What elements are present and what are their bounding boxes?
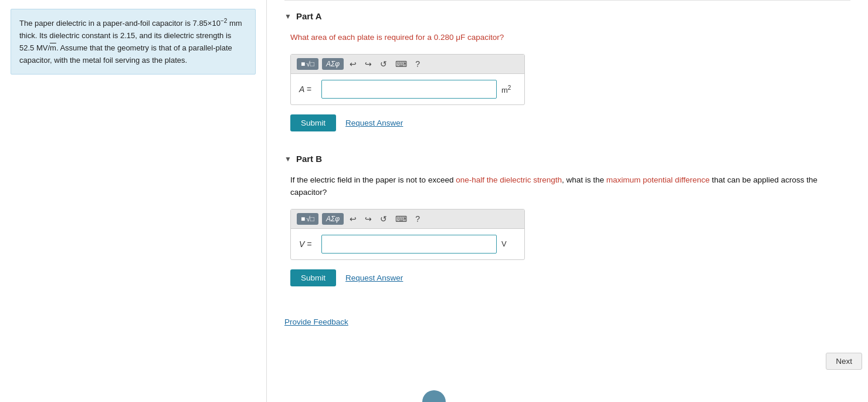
matrix-icon: ■ — [301, 60, 305, 68]
part-b-unit: V — [501, 239, 516, 248]
part-b-request-answer-link[interactable]: Request Answer — [345, 273, 403, 282]
part-a-answer-container: ■ √□ ΑΣφ ↩ ↪ ↺ ⌨ ? A = m2 — [290, 54, 525, 105]
part-b-submit-button[interactable]: Submit — [290, 269, 336, 286]
part-b-header: ▼ Part B — [284, 154, 850, 164]
part-a-chevron-icon[interactable]: ▼ — [284, 12, 291, 21]
part-a-input-row: A = m2 — [291, 74, 524, 104]
part-a-input-label: A = — [299, 85, 317, 94]
footer-row: Provide Feedback — [284, 298, 850, 332]
part-b-keyboard-btn[interactable]: ⌨ — [393, 213, 409, 225]
part-a-header: ▼ Part A — [284, 11, 850, 21]
part-b-input-row: V = V — [291, 229, 524, 259]
greek-label: ΑΣφ — [326, 60, 340, 68]
part-b-input-label: V = — [299, 239, 317, 249]
part-b-q-mid: , what is the — [562, 175, 606, 184]
part-b-greek-btn[interactable]: ΑΣφ — [322, 213, 344, 225]
part-b-matrix-btn[interactable]: ■ √□ — [297, 213, 318, 225]
part-b-question: If the electric field in the paper is no… — [284, 174, 850, 198]
matrix-label: √□ — [306, 60, 314, 68]
context-box: The paper dielectric in a paper-and-foil… — [11, 9, 256, 75]
part-a-submit-button[interactable]: Submit — [290, 114, 336, 131]
part-a-toolbar: ■ √□ ΑΣφ ↩ ↪ ↺ ⌨ ? — [291, 55, 524, 74]
part-b-undo-btn[interactable]: ↩ — [347, 213, 359, 225]
part-b-toolbar: ■ √□ ΑΣφ ↩ ↪ ↺ ⌨ ? — [291, 210, 524, 229]
part-b-input[interactable] — [321, 235, 497, 254]
part-a-request-answer-link[interactable]: Request Answer — [345, 119, 403, 127]
part-b-chevron-icon[interactable]: ▼ — [284, 155, 291, 163]
part-b-label: Part B — [296, 154, 322, 164]
part-b-matrix-label: √□ — [306, 215, 314, 223]
part-a-question: What area of each plate is required for … — [284, 32, 850, 43]
part-a-section: ▼ Part A What area of each plate is requ… — [284, 1, 850, 131]
next-button[interactable]: Next — [826, 353, 862, 370]
part-b-reset-btn[interactable]: ↺ — [378, 213, 389, 225]
part-a-keyboard-btn[interactable]: ⌨ — [393, 58, 409, 70]
part-a-reset-btn[interactable]: ↺ — [378, 58, 389, 70]
part-a-matrix-btn[interactable]: ■ √□ — [297, 58, 318, 70]
part-a-undo-btn[interactable]: ↩ — [347, 58, 359, 70]
part-b-matrix-icon: ■ — [301, 215, 305, 223]
part-a-redo-btn[interactable]: ↪ — [362, 58, 374, 70]
part-a-input[interactable] — [321, 80, 497, 99]
context-text: The paper dielectric in a paper-and-foil… — [19, 19, 242, 64]
part-b-redo-btn[interactable]: ↪ — [362, 213, 374, 225]
part-b-help-btn[interactable]: ? — [413, 213, 422, 225]
left-panel: The paper dielectric in a paper-and-foil… — [0, 0, 267, 402]
part-a-question-text: What area of each plate is required for … — [290, 33, 504, 42]
part-b-q-highlight1: one-half the dielectric strength — [456, 175, 562, 184]
part-b-action-row: Submit Request Answer — [284, 269, 850, 286]
part-b-q-start: If the electric field in the paper is no… — [290, 175, 456, 184]
right-panel: ▼ Part A What area of each plate is requ… — [267, 0, 868, 402]
part-a-help-btn[interactable]: ? — [413, 58, 422, 70]
part-a-label: Part A — [296, 11, 322, 21]
part-a-unit: m2 — [501, 85, 516, 94]
provide-feedback-link[interactable]: Provide Feedback — [284, 317, 348, 326]
part-a-greek-btn[interactable]: ΑΣφ — [322, 58, 344, 70]
part-a-action-row: Submit Request Answer — [284, 114, 850, 131]
part-b-answer-container: ■ √□ ΑΣφ ↩ ↪ ↺ ⌨ ? V = V — [290, 209, 525, 260]
part-b-greek-label: ΑΣφ — [326, 215, 340, 223]
part-b-q-highlight2: maximum potential difference — [606, 175, 710, 184]
part-b-section: ▼ Part B If the electric field in the pa… — [284, 143, 850, 286]
